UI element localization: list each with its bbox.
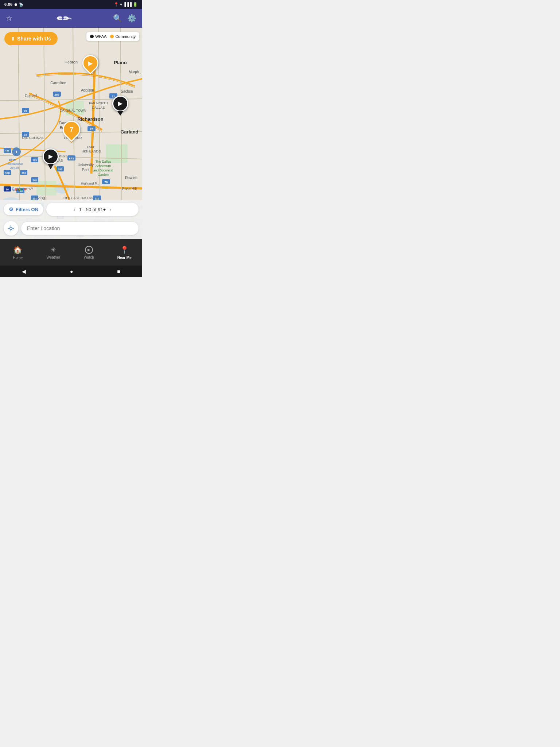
svg-text:University: University [78,163,94,167]
signal-icon: ▐▐▐ [123,2,132,7]
header-right: 🔍 ⚙️ [113,14,136,23]
svg-text:FAR NORTH: FAR NORTH [89,101,108,105]
map-legend: WFAA Community [86,32,139,41]
svg-text:310: 310 [22,172,26,174]
svg-text:✈: ✈ [15,150,18,155]
svg-text:75: 75 [90,128,93,131]
svg-text:Hebron: Hebron [65,60,78,64]
header-left: ☆ [6,14,12,23]
home-icon: 🏠 [13,245,22,254]
home-button[interactable]: ● [63,267,80,276]
svg-text:The Dallas: The Dallas [95,160,111,163]
svg-text:183: 183 [32,159,37,162]
sim-icon: 📡 [19,3,23,7]
svg-text:289: 289 [54,93,59,96]
upload-icon: ⬆ [11,36,15,42]
svg-text:78: 78 [105,181,108,184]
filters-pagination-row: ⚙ Filters ON ‹ 1 - 50 of 91+ › [0,200,142,219]
svg-text:DALLAS: DALLAS [92,106,105,109]
svg-text:Rowlett: Rowlett [125,176,137,180]
map-pin-dallas[interactable]: ▶ [43,148,59,170]
svg-text:Garden: Garden [98,173,109,177]
svg-point-140 [10,227,12,230]
svg-text:LAS COLINAS: LAS COLINAS [22,136,43,140]
nav-near-me[interactable]: 📍 Near Me [107,239,143,266]
nav-home[interactable]: 🏠 Home [0,239,36,266]
nav-near-me-label: Near Me [117,256,132,260]
svg-text:Sachse: Sachse [121,89,133,93]
near-me-icon: 📍 [120,245,129,254]
map-pin-cluster[interactable]: 7 [63,121,80,143]
favorite-button[interactable]: ☆ [6,14,12,23]
status-time: 6:06 [4,2,12,7]
map-pin-garland[interactable]: ▶ [112,96,128,117]
svg-text:Airport: Airport [10,166,19,170]
map-bottom-controls: ⚙ Filters ON ‹ 1 - 50 of 91+ › [0,200,142,239]
prev-page-button[interactable]: ‹ [74,206,75,212]
settings-button[interactable]: ⚙️ [127,14,136,23]
location-row [0,219,142,239]
legend-community: Community [110,34,136,39]
wfaa-label: WFAA [95,34,106,39]
legend-wfaa: WFAA [90,34,106,39]
recents-button[interactable]: ■ [110,267,127,276]
svg-text:Irving: Irving [35,196,45,200]
svg-text:Highland P...: Highland P... [81,182,99,185]
weather-icon: ☀ [50,246,56,254]
svg-text:16: 16 [24,133,27,136]
share-button-label: Share with Us [17,36,51,42]
svg-text:Coppell: Coppell [25,94,37,98]
svg-text:Carrollton: Carrollton [50,81,66,85]
app-logo: abc [52,12,74,25]
play-icon-dallas: ▶ [48,153,53,160]
bottom-nav: 🏠 Home ☀ Weather ▶ Watch 📍 Near Me [0,239,142,266]
share-with-us-button[interactable]: ⬆ Share with Us [4,32,58,45]
map-pin-richardson[interactable]: ▶ [82,55,98,76]
svg-text:26: 26 [24,110,27,112]
wifi-icon: ▾ [120,2,122,7]
community-dot [110,35,114,38]
svg-text:310: 310 [95,197,99,200]
svg-text:Addison: Addison [81,88,94,92]
svg-text:Garland: Garland [120,129,138,135]
back-button[interactable]: ◀ [15,267,33,276]
cluster-number: 7 [70,126,73,133]
crosshair-icon [7,225,15,232]
svg-text:Park: Park [82,168,90,172]
sliders-icon: ⚙ [9,206,13,212]
svg-text:360: 360 [5,171,10,175]
play-icon: ▶ [88,60,93,67]
nav-watch-label: Watch [84,255,94,259]
svg-text:Rose Hill: Rose Hill [122,187,137,191]
svg-text:DFW: DFW [9,158,16,162]
location-input[interactable] [21,222,139,235]
filters-button[interactable]: ⚙ Filters ON [4,204,43,215]
svg-text:Plano: Plano [114,60,127,65]
svg-text:OLD EAST DALLAS: OLD EAST DALLAS [63,196,93,200]
status-icons: 📍 ▾ ▐▐▐ 🔋 [114,2,138,7]
battery-icon: 🔋 [133,2,138,7]
status-bar: 6:06 ⏺ 📡 📍 ▾ ▐▐▐ 🔋 [0,0,142,9]
play-icon-garland: ▶ [118,100,122,107]
my-location-button[interactable] [4,221,18,236]
nav-weather-label: Weather [46,255,60,259]
svg-text:Arboretum: Arboretum [96,164,111,168]
nav-watch[interactable]: ▶ Watch [71,239,107,266]
svg-text:LAKE: LAKE [87,145,95,149]
svg-text:348: 348 [32,179,37,182]
svg-text:Murph..: Murph.. [129,70,141,74]
search-button[interactable]: 🔍 [113,14,122,23]
pagination-bar: ‹ 1 - 50 of 91+ › [46,203,139,216]
map-container[interactable]: 289 75 635 78 352 175 45 35E 67 303 408 [0,28,142,239]
system-nav-bar: ◀ ● ■ [0,266,142,277]
nav-weather[interactable]: ☀ Weather [36,239,71,266]
location-status-icon: 📍 [114,2,119,7]
svg-text:635: 635 [69,157,74,160]
nav-home-label: Home [13,256,23,260]
community-label: Community [115,34,136,39]
app-header: ☆ abc 🔍 ⚙️ [0,9,142,28]
next-page-button[interactable]: › [109,206,111,212]
svg-text:30: 30 [6,188,9,191]
google-logo: G o o g l e [12,187,26,191]
pagination-text: 1 - 50 of 91+ [79,207,106,212]
